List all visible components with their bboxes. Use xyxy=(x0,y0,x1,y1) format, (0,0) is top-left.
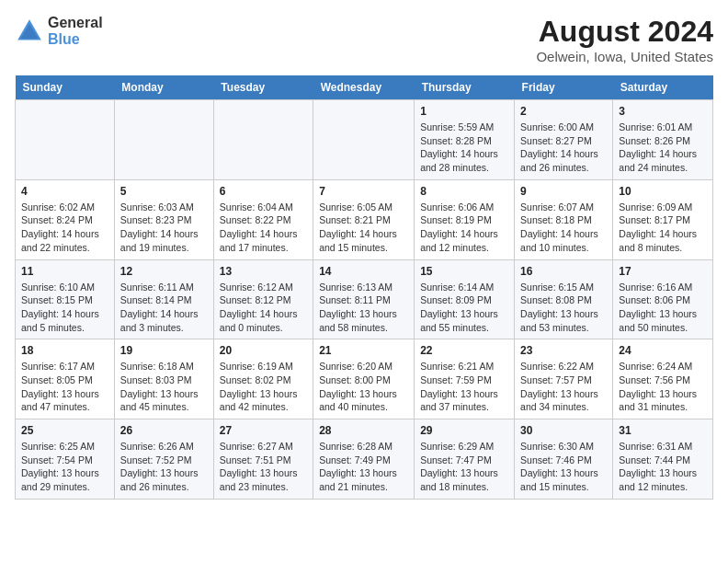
day-number: 24 xyxy=(619,344,707,357)
calendar-cell: 30Sunrise: 6:30 AM Sunset: 7:46 PM Dayli… xyxy=(515,419,613,500)
calendar-cell: 21Sunrise: 6:20 AM Sunset: 8:00 PM Dayli… xyxy=(313,339,415,419)
day-number: 17 xyxy=(619,265,707,278)
day-detail: Sunrise: 6:16 AM Sunset: 8:06 PM Dayligh… xyxy=(619,281,707,335)
day-number: 11 xyxy=(21,265,108,278)
calendar-cell: 5Sunrise: 6:03 AM Sunset: 8:23 PM Daylig… xyxy=(114,179,213,259)
calendar-cell: 11Sunrise: 6:10 AM Sunset: 8:15 PM Dayli… xyxy=(16,259,115,339)
day-detail: Sunrise: 6:09 AM Sunset: 8:17 PM Dayligh… xyxy=(619,201,707,255)
column-header-tuesday: Tuesday xyxy=(213,75,313,100)
day-detail: Sunrise: 6:28 AM Sunset: 7:49 PM Dayligh… xyxy=(319,440,408,494)
day-number: 5 xyxy=(120,185,208,198)
calendar-cell: 13Sunrise: 6:12 AM Sunset: 8:12 PM Dayli… xyxy=(213,259,313,339)
day-detail: Sunrise: 6:17 AM Sunset: 8:05 PM Dayligh… xyxy=(21,360,108,414)
calendar-cell: 24Sunrise: 6:24 AM Sunset: 7:56 PM Dayli… xyxy=(613,339,713,419)
day-number: 31 xyxy=(619,424,707,437)
day-detail: Sunrise: 6:29 AM Sunset: 7:47 PM Dayligh… xyxy=(420,440,508,494)
calendar-cell: 31Sunrise: 6:31 AM Sunset: 7:44 PM Dayli… xyxy=(613,419,713,500)
day-number: 9 xyxy=(520,185,607,198)
day-detail: Sunrise: 6:07 AM Sunset: 8:18 PM Dayligh… xyxy=(520,201,607,255)
day-detail: Sunrise: 6:18 AM Sunset: 8:03 PM Dayligh… xyxy=(120,360,208,414)
day-number: 14 xyxy=(319,265,408,278)
day-detail: Sunrise: 6:30 AM Sunset: 7:46 PM Dayligh… xyxy=(520,440,607,494)
column-header-sunday: Sunday xyxy=(16,75,115,100)
day-detail: Sunrise: 6:10 AM Sunset: 8:15 PM Dayligh… xyxy=(21,281,108,335)
day-detail: Sunrise: 6:15 AM Sunset: 8:08 PM Dayligh… xyxy=(520,281,607,335)
calendar-header-row: SundayMondayTuesdayWednesdayThursdayFrid… xyxy=(16,75,713,100)
day-detail: Sunrise: 6:06 AM Sunset: 8:19 PM Dayligh… xyxy=(420,201,508,255)
column-header-monday: Monday xyxy=(114,75,213,100)
column-header-saturday: Saturday xyxy=(613,75,713,100)
day-detail: Sunrise: 6:00 AM Sunset: 8:27 PM Dayligh… xyxy=(520,121,607,175)
page-header: General Blue August 2024 Oelwein, Iowa, … xyxy=(15,15,713,64)
calendar-cell xyxy=(16,100,115,180)
calendar-cell: 19Sunrise: 6:18 AM Sunset: 8:03 PM Dayli… xyxy=(114,339,213,419)
title-block: August 2024 Oelwein, Iowa, United States xyxy=(536,15,713,64)
calendar-cell xyxy=(114,100,213,180)
calendar-cell: 6Sunrise: 6:04 AM Sunset: 8:22 PM Daylig… xyxy=(213,179,313,259)
column-header-thursday: Thursday xyxy=(415,75,515,100)
day-number: 4 xyxy=(21,185,108,198)
calendar-cell: 2Sunrise: 6:00 AM Sunset: 8:27 PM Daylig… xyxy=(515,100,613,180)
day-detail: Sunrise: 6:12 AM Sunset: 8:12 PM Dayligh… xyxy=(220,281,307,335)
calendar-cell: 7Sunrise: 6:05 AM Sunset: 8:21 PM Daylig… xyxy=(313,179,415,259)
day-number: 12 xyxy=(120,265,208,278)
day-detail: Sunrise: 6:31 AM Sunset: 7:44 PM Dayligh… xyxy=(619,440,707,494)
calendar-cell: 8Sunrise: 6:06 AM Sunset: 8:19 PM Daylig… xyxy=(415,179,515,259)
day-number: 18 xyxy=(21,344,108,357)
calendar-cell: 1Sunrise: 5:59 AM Sunset: 8:28 PM Daylig… xyxy=(415,100,515,180)
calendar-title: August 2024 xyxy=(536,15,713,49)
day-detail: Sunrise: 6:26 AM Sunset: 7:52 PM Dayligh… xyxy=(120,440,208,494)
logo-icon xyxy=(15,17,44,46)
day-detail: Sunrise: 6:01 AM Sunset: 8:26 PM Dayligh… xyxy=(619,121,707,175)
logo-text-blue: Blue xyxy=(48,31,103,48)
day-number: 8 xyxy=(420,185,508,198)
calendar-cell: 22Sunrise: 6:21 AM Sunset: 7:59 PM Dayli… xyxy=(415,339,515,419)
day-detail: Sunrise: 6:11 AM Sunset: 8:14 PM Dayligh… xyxy=(120,281,208,335)
day-detail: Sunrise: 6:24 AM Sunset: 7:56 PM Dayligh… xyxy=(619,360,707,414)
calendar-cell: 15Sunrise: 6:14 AM Sunset: 8:09 PM Dayli… xyxy=(415,259,515,339)
calendar-week-row: 4Sunrise: 6:02 AM Sunset: 8:24 PM Daylig… xyxy=(16,179,713,259)
day-number: 16 xyxy=(520,265,607,278)
day-detail: Sunrise: 6:19 AM Sunset: 8:02 PM Dayligh… xyxy=(220,360,307,414)
day-number: 13 xyxy=(220,265,307,278)
day-number: 29 xyxy=(420,424,508,437)
day-number: 1 xyxy=(420,105,508,118)
day-number: 21 xyxy=(319,344,408,357)
column-header-friday: Friday xyxy=(515,75,613,100)
day-number: 6 xyxy=(220,185,307,198)
day-detail: Sunrise: 6:25 AM Sunset: 7:54 PM Dayligh… xyxy=(21,440,108,494)
day-number: 25 xyxy=(21,424,108,437)
day-number: 22 xyxy=(420,344,508,357)
calendar-cell: 3Sunrise: 6:01 AM Sunset: 8:26 PM Daylig… xyxy=(613,100,713,180)
calendar-cell: 16Sunrise: 6:15 AM Sunset: 8:08 PM Dayli… xyxy=(515,259,613,339)
calendar-cell: 23Sunrise: 6:22 AM Sunset: 7:57 PM Dayli… xyxy=(515,339,613,419)
calendar-cell: 4Sunrise: 6:02 AM Sunset: 8:24 PM Daylig… xyxy=(16,179,115,259)
calendar-cell: 20Sunrise: 6:19 AM Sunset: 8:02 PM Dayli… xyxy=(213,339,313,419)
calendar-week-row: 25Sunrise: 6:25 AM Sunset: 7:54 PM Dayli… xyxy=(16,419,713,500)
day-number: 3 xyxy=(619,105,707,118)
calendar-week-row: 1Sunrise: 5:59 AM Sunset: 8:28 PM Daylig… xyxy=(16,100,713,180)
day-detail: Sunrise: 6:22 AM Sunset: 7:57 PM Dayligh… xyxy=(520,360,607,414)
day-number: 15 xyxy=(420,265,508,278)
calendar-cell: 26Sunrise: 6:26 AM Sunset: 7:52 PM Dayli… xyxy=(114,419,213,500)
calendar-cell: 29Sunrise: 6:29 AM Sunset: 7:47 PM Dayli… xyxy=(415,419,515,500)
calendar-cell: 9Sunrise: 6:07 AM Sunset: 8:18 PM Daylig… xyxy=(515,179,613,259)
day-number: 26 xyxy=(120,424,208,437)
calendar-cell: 27Sunrise: 6:27 AM Sunset: 7:51 PM Dayli… xyxy=(213,419,313,500)
day-number: 10 xyxy=(619,185,707,198)
calendar-cell: 14Sunrise: 6:13 AM Sunset: 8:11 PM Dayli… xyxy=(313,259,415,339)
day-detail: Sunrise: 6:03 AM Sunset: 8:23 PM Dayligh… xyxy=(120,201,208,255)
day-number: 27 xyxy=(220,424,307,437)
day-number: 28 xyxy=(319,424,408,437)
calendar-week-row: 11Sunrise: 6:10 AM Sunset: 8:15 PM Dayli… xyxy=(16,259,713,339)
calendar-cell: 25Sunrise: 6:25 AM Sunset: 7:54 PM Dayli… xyxy=(16,419,115,500)
calendar-cell xyxy=(213,100,313,180)
calendar-cell: 17Sunrise: 6:16 AM Sunset: 8:06 PM Dayli… xyxy=(613,259,713,339)
day-detail: Sunrise: 6:14 AM Sunset: 8:09 PM Dayligh… xyxy=(420,281,508,335)
day-detail: Sunrise: 6:27 AM Sunset: 7:51 PM Dayligh… xyxy=(220,440,307,494)
day-number: 19 xyxy=(120,344,208,357)
day-detail: Sunrise: 6:05 AM Sunset: 8:21 PM Dayligh… xyxy=(319,201,408,255)
day-number: 30 xyxy=(520,424,607,437)
logo: General Blue xyxy=(15,15,103,47)
calendar-cell: 28Sunrise: 6:28 AM Sunset: 7:49 PM Dayli… xyxy=(313,419,415,500)
